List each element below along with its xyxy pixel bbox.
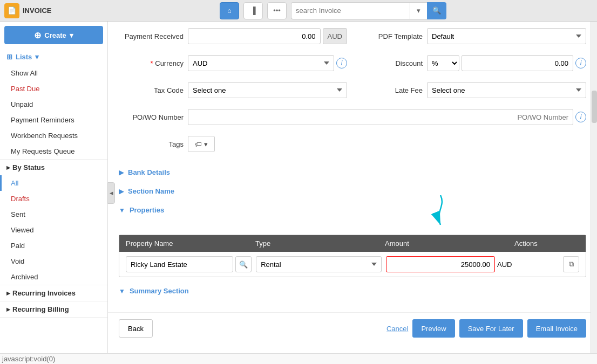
by-status-section: ▸ By Status All Drafts Sent Viewed Paid … <box>0 160 107 285</box>
scrollbar-thumb[interactable] <box>592 91 597 123</box>
amount-currency: AUD <box>497 260 512 269</box>
sidebar-item-archived[interactable]: Archived <box>0 269 107 285</box>
sidebar-item-unpaid[interactable]: Unpaid <box>0 97 107 112</box>
property-name-input[interactable] <box>126 256 233 272</box>
home-button[interactable]: ⌂ <box>220 2 239 19</box>
back-button[interactable]: Back <box>119 319 153 338</box>
col-amount-name: Amount <box>385 239 514 248</box>
form-section-row2: Currency AUD i Discount <box>119 55 586 77</box>
pdf-template-row: PDF Template Default <box>358 28 586 44</box>
payment-received-input[interactable] <box>188 28 321 44</box>
search-go-icon: 🔍 <box>432 6 441 15</box>
chart-icon: ▐ <box>250 6 255 15</box>
sidebar-item-past-due[interactable]: Past Due <box>0 81 107 97</box>
po-wo-input[interactable] <box>188 109 573 125</box>
recurring-invoices-section: ▸ Recurring Invoices <box>0 285 107 301</box>
discount-input[interactable] <box>462 55 573 71</box>
summary-chevron: ▼ <box>119 287 125 295</box>
amount-input[interactable] <box>386 256 495 272</box>
search-go-button[interactable]: 🔍 <box>427 2 446 19</box>
tag-icon: 🏷 <box>195 140 202 148</box>
bank-details-chevron: ▶ <box>119 169 124 176</box>
search-area: ▾ 🔍 <box>291 2 446 19</box>
more-button[interactable]: ••• <box>267 2 287 19</box>
property-name-cell: 🔍 <box>126 256 252 272</box>
type-select[interactable]: Rental <box>256 256 382 272</box>
by-status-label: By Status <box>12 163 45 171</box>
email-invoice-button[interactable]: Email Invoice <box>527 319 586 338</box>
sidebar-item-workbench-requests[interactable]: Workbench Requests <box>0 128 107 143</box>
form-section-row3: Tax Code Select one Late Fee Select one <box>119 82 586 104</box>
preview-button[interactable]: Preview <box>412 319 454 338</box>
create-label: Create <box>44 31 66 39</box>
properties-table: Property Name Type Amount Actions 🔍 <box>119 235 586 277</box>
app-logo-icon: 📄 <box>4 3 19 18</box>
pdf-template-select[interactable]: Default <box>427 28 586 44</box>
sidebar-item-drafts[interactable]: Drafts <box>0 191 107 207</box>
blue-arrow-annotation <box>430 195 462 225</box>
currency-select[interactable]: AUD <box>188 55 334 71</box>
form-half-left-row2: Currency AUD i <box>119 55 347 77</box>
top-bar: 📄 INVOICE ⌂ ▐ ••• ▾ 🔍 <box>0 0 597 22</box>
by-status-header[interactable]: ▸ By Status <box>0 160 107 175</box>
save-for-later-button[interactable]: Save For Later <box>459 319 523 338</box>
arrow-container <box>119 219 586 230</box>
recurring-billing-label: Recurring Billing <box>12 305 69 313</box>
po-wo-info-icon[interactable]: i <box>575 112 586 122</box>
actions-cell: ⧉ <box>516 256 579 272</box>
sidebar-item-void[interactable]: Void <box>0 253 107 269</box>
app-title: INVOICE <box>23 6 51 15</box>
app-logo: 📄 INVOICE <box>4 3 69 18</box>
copy-row-button[interactable]: ⧉ <box>563 256 579 272</box>
search-dropdown-button[interactable]: ▾ <box>410 2 427 19</box>
section-name-chevron: ▶ <box>119 188 124 195</box>
home-icon: ⌂ <box>227 6 232 15</box>
pdf-template-group: Default <box>427 28 586 44</box>
currency-row: Currency AUD i <box>119 55 347 71</box>
status-bar: javascript:void(0) <box>0 353 597 364</box>
recurring-invoices-header[interactable]: ▸ Recurring Invoices <box>0 285 107 301</box>
recurring-billing-chevron: ▸ <box>6 305 10 313</box>
properties-section-header[interactable]: ▼ Properties <box>119 201 586 219</box>
section-name-header[interactable]: ▶ Section Name <box>119 182 586 201</box>
discount-info-icon[interactable]: i <box>575 58 586 68</box>
cancel-button[interactable]: Cancel <box>386 325 408 333</box>
collapse-icon: ◂ <box>110 189 113 197</box>
discount-label: Discount <box>358 59 423 67</box>
sidebar-item-my-requests-queue[interactable]: My Requests Queue <box>0 143 107 159</box>
sidebar-item-show-all[interactable]: Show All <box>0 65 107 81</box>
tags-button[interactable]: 🏷 ▾ <box>188 136 215 152</box>
footer-right: Cancel Preview Save For Later Email Invo… <box>386 319 586 338</box>
create-plus-icon: ⊕ <box>34 30 41 40</box>
recurring-billing-header[interactable]: ▸ Recurring Billing <box>0 301 107 317</box>
summary-section-header[interactable]: ▼ Summary Section <box>119 281 586 300</box>
currency-info-icon[interactable]: i <box>336 58 347 68</box>
col-property-name: Property Name <box>126 239 255 248</box>
sidebar-item-all[interactable]: All <box>0 175 107 191</box>
scrollbar-track <box>591 22 597 364</box>
discount-type-select[interactable]: % <box>427 55 459 71</box>
dropdown-icon: ▾ <box>417 6 420 15</box>
search-input[interactable] <box>291 2 410 19</box>
content-wrapper: ◂ Payment Received AUD <box>108 22 597 364</box>
bank-details-label: Bank Details <box>128 168 170 176</box>
tax-code-select[interactable]: Select one <box>188 82 347 98</box>
property-search-button[interactable]: 🔍 <box>235 256 252 272</box>
col-actions-name: Actions <box>514 239 579 248</box>
late-fee-select[interactable]: Select one <box>427 82 586 98</box>
lists-header[interactable]: ⊞ Lists ▾ <box>0 49 107 65</box>
sidebar-item-sent[interactable]: Sent <box>0 207 107 222</box>
sidebar-item-payment-reminders[interactable]: Payment Reminders <box>0 112 107 128</box>
chart-button[interactable]: ▐ <box>243 2 263 19</box>
sidebar-item-viewed[interactable]: Viewed <box>0 222 107 238</box>
lists-label: Lists <box>16 53 32 61</box>
sidebar-item-paid[interactable]: Paid <box>0 238 107 253</box>
form-half-right-row3: Late Fee Select one <box>358 82 586 104</box>
create-button[interactable]: ⊕ Create ▾ <box>4 26 103 44</box>
main-layout: ⊕ Create ▾ ⊞ Lists ▾ Show All Past Due U… <box>0 22 597 364</box>
table-header: Property Name Type Amount Actions <box>119 235 586 252</box>
form-half-left-row5: Tags 🏷 ▾ <box>119 136 586 157</box>
bank-details-section-header[interactable]: ▶ Bank Details <box>119 163 586 182</box>
payment-received-label: Payment Received <box>119 32 184 40</box>
collapse-sidebar-toggle[interactable]: ◂ <box>107 182 115 204</box>
